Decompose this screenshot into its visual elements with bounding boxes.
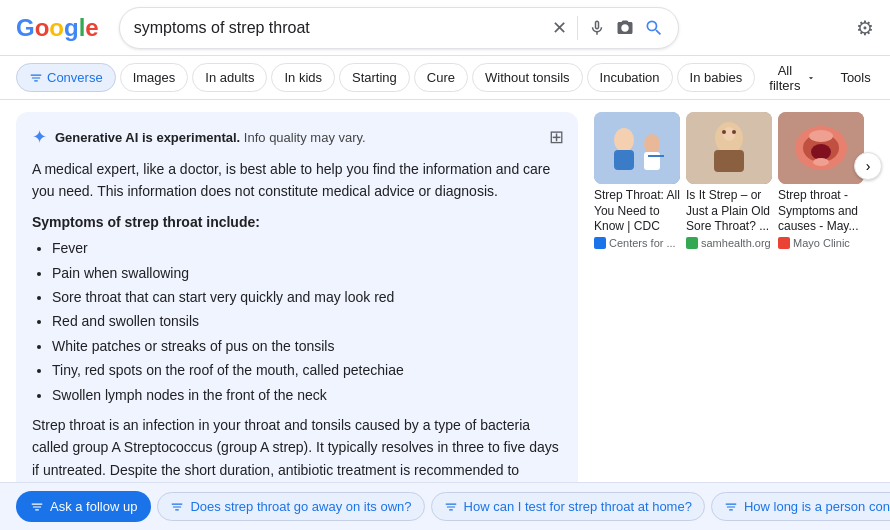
svg-point-9: [723, 127, 735, 141]
list-item: Fever: [52, 237, 562, 259]
svg-rect-2: [614, 150, 634, 170]
side-images: Strep Throat: All You Need to Know | CDC…: [594, 112, 874, 518]
next-image-button[interactable]: ›: [854, 152, 882, 180]
svg-point-16: [809, 130, 833, 142]
svg-point-17: [813, 158, 829, 166]
ai-sparkle-icon: ✦: [32, 126, 47, 148]
image-thumb-1: [594, 112, 680, 184]
image-card-1[interactable]: Strep Throat: All You Need to Know | CDC…: [594, 112, 680, 249]
google-logo: Google: [16, 14, 99, 42]
suggestion-chip-3[interactable]: How long is a person contagi...: [711, 492, 890, 521]
voice-search-icon[interactable]: [588, 19, 606, 37]
main-content: ✦ Generative AI is experimental. Info qu…: [0, 100, 890, 530]
image-thumb-2: [686, 112, 772, 184]
image-row: Strep Throat: All You Need to Know | CDC…: [594, 112, 874, 249]
list-item: Pain when swallowing: [52, 262, 562, 284]
image-search-icon[interactable]: [616, 19, 634, 37]
svg-point-15: [811, 144, 831, 160]
ask-followup-button[interactable]: Ask a follow up: [16, 491, 151, 522]
chip-images-label: Images: [133, 70, 176, 85]
ai-header: ✦ Generative AI is experimental. Info qu…: [32, 126, 562, 148]
suggestion-chip-2[interactable]: How can I test for strep throat at home?: [431, 492, 705, 521]
svg-point-3: [644, 134, 660, 154]
suggestion-chip-1[interactable]: Does strep throat go away on its own?: [157, 492, 424, 521]
image-source-3: Mayo Clinic: [778, 237, 864, 249]
bottom-bar: Ask a follow up Does strep throat go awa…: [0, 482, 890, 530]
chip-incubation-label: Incubation: [600, 70, 660, 85]
list-item: Swollen lymph nodes in the front of the …: [52, 384, 562, 406]
search-submit-icon[interactable]: [644, 18, 664, 38]
source-icon-2: [686, 237, 698, 249]
source-icon-3: [778, 237, 790, 249]
grid-view-icon[interactable]: ⊞: [549, 126, 564, 148]
tools-button[interactable]: Tools: [832, 64, 878, 91]
chip-in-adults[interactable]: In adults: [192, 63, 267, 92]
list-item: Red and swollen tonsils: [52, 310, 562, 332]
search-icons: ✕: [552, 16, 664, 40]
svg-rect-8: [714, 150, 744, 172]
chip-converse[interactable]: Converse: [16, 63, 116, 92]
settings-icon[interactable]: ⚙: [856, 16, 874, 40]
filter-divider: All filters Tools: [759, 57, 878, 99]
chip-cure[interactable]: Cure: [414, 63, 468, 92]
image-card-2[interactable]: Is It Strep – or Just a Plain Old Sore T…: [686, 112, 772, 249]
chip-starting[interactable]: Starting: [339, 63, 410, 92]
chip-without-tonsils-label: Without tonsils: [485, 70, 570, 85]
image-title-1: Strep Throat: All You Need to Know | CDC: [594, 188, 680, 235]
image-thumb-3: [778, 112, 864, 184]
ai-panel: ✦ Generative AI is experimental. Info qu…: [16, 112, 578, 518]
clear-icon[interactable]: ✕: [552, 17, 567, 39]
image-source-1: Centers for ...: [594, 237, 680, 249]
chip-starting-label: Starting: [352, 70, 397, 85]
svg-point-11: [732, 130, 736, 134]
svg-rect-4: [644, 152, 660, 170]
list-item: Tiny, red spots on the roof of the mouth…: [52, 359, 562, 381]
svg-rect-0: [594, 112, 680, 184]
image-card-3[interactable]: Strep throat - Symptoms and causes - May…: [778, 112, 864, 249]
image-title-2: Is It Strep – or Just a Plain Old Sore T…: [686, 188, 772, 235]
svg-point-10: [722, 130, 726, 134]
header: Google ✕ ⚙: [0, 0, 890, 56]
image-source-2: samhealth.org: [686, 237, 772, 249]
chip-in-kids[interactable]: In kids: [271, 63, 335, 92]
chip-in-babies[interactable]: In babies: [677, 63, 756, 92]
search-bar: ✕: [119, 7, 679, 49]
filter-bar: Converse Images In adults In kids Starti…: [0, 56, 890, 100]
symptoms-list: Fever Pain when swallowing Sore throat t…: [32, 237, 562, 406]
image-title-3: Strep throat - Symptoms and causes - May…: [778, 188, 864, 235]
list-item: Sore throat that can start very quickly …: [52, 286, 562, 308]
chip-images[interactable]: Images: [120, 63, 189, 92]
chip-in-babies-label: In babies: [690, 70, 743, 85]
chip-in-adults-label: In adults: [205, 70, 254, 85]
divider: [577, 16, 578, 40]
chip-in-kids-label: In kids: [284, 70, 322, 85]
source-icon-1: [594, 237, 606, 249]
svg-point-1: [614, 128, 634, 152]
ai-intro: A medical expert, like a doctor, is best…: [32, 158, 562, 203]
search-input[interactable]: [134, 19, 544, 37]
chip-incubation[interactable]: Incubation: [587, 63, 673, 92]
symptoms-heading: Symptoms of strep throat include:: [32, 211, 562, 233]
ai-label: Generative AI is experimental. Info qual…: [55, 130, 366, 145]
ai-body: A medical expert, like a doctor, is best…: [32, 158, 562, 504]
chip-cure-label: Cure: [427, 70, 455, 85]
all-filters-button[interactable]: All filters: [759, 57, 824, 99]
list-item: White patches or streaks of pus on the t…: [52, 335, 562, 357]
chip-converse-label: Converse: [47, 70, 103, 85]
chip-without-tonsils[interactable]: Without tonsils: [472, 63, 583, 92]
